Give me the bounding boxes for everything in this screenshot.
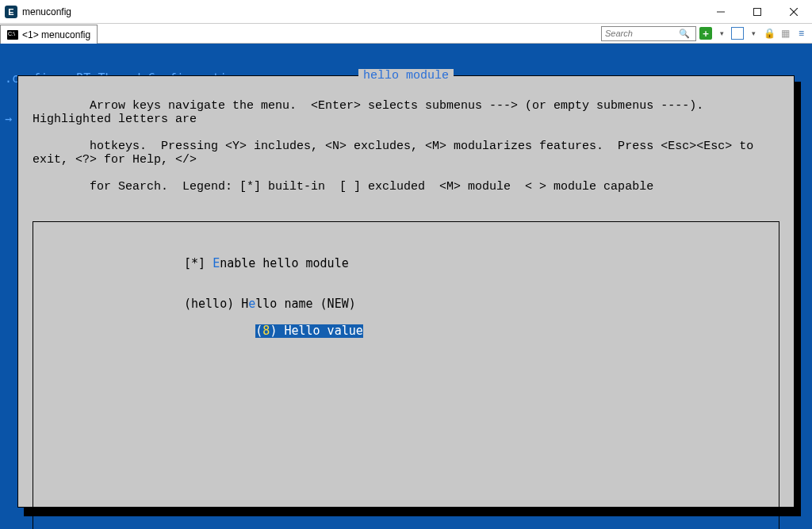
lock-icon[interactable]: 🔒 xyxy=(763,27,776,40)
menu-lines-icon[interactable]: ≡ xyxy=(795,27,807,40)
maximize-button[interactable] xyxy=(739,0,776,23)
dialog-panel: hello module Arrow keys navigate the men… xyxy=(17,75,795,508)
titlebar-left: E menuconfig xyxy=(0,6,71,18)
terminal-area: .config - RT-Thread Configuration → hell… xyxy=(0,44,812,529)
close-button[interactable] xyxy=(776,0,812,23)
doc-icon[interactable]: ▦ xyxy=(779,27,791,40)
app-icon: E xyxy=(5,6,17,18)
minimize-button[interactable] xyxy=(703,0,739,23)
new-tab-button[interactable]: ＋ xyxy=(699,27,712,40)
menu-item-hello-name[interactable]: (hello) Hello name (NEW) xyxy=(184,297,363,311)
window-titlebar: E menuconfig xyxy=(0,0,812,24)
window-split-dropdown-icon[interactable]: ▾ xyxy=(747,27,760,40)
window-split-button[interactable] xyxy=(731,27,744,40)
tab-label: <1> menuconfig xyxy=(22,29,90,40)
search-box[interactable]: 🔍 xyxy=(601,26,696,41)
tabbar-tools: 🔍 ＋ ▾ ▾ 🔒 ▦ ≡ xyxy=(601,24,812,43)
help-text: Arrow keys navigate the menu. <Enter> se… xyxy=(33,86,779,207)
new-tab-dropdown-icon[interactable]: ▾ xyxy=(715,27,728,40)
window-controls xyxy=(703,0,812,23)
tabs: <1> menuconfig xyxy=(0,24,98,43)
terminal-icon xyxy=(7,30,18,40)
menu-list-box: [*] Enable hello module (hello) Hello na… xyxy=(33,221,779,529)
search-input[interactable] xyxy=(602,29,678,38)
panel-title: hello module xyxy=(358,69,454,82)
menu-item-hello-value[interactable]: (8) Hello value xyxy=(255,324,362,338)
tabbar: <1> menuconfig 🔍 ＋ ▾ ▾ 🔒 ▦ ≡ xyxy=(0,24,812,44)
svg-rect-1 xyxy=(754,8,761,15)
window-title: menuconfig xyxy=(22,6,71,17)
tab-menuconfig[interactable]: <1> menuconfig xyxy=(0,25,98,44)
menu-items: [*] Enable hello module (hello) Hello na… xyxy=(184,230,363,351)
menu-item-enable-hello-module[interactable]: [*] Enable hello module xyxy=(184,257,363,270)
dialog-panel-wrap: hello module Arrow keys navigate the men… xyxy=(17,75,795,512)
search-icon[interactable]: 🔍 xyxy=(678,29,691,39)
